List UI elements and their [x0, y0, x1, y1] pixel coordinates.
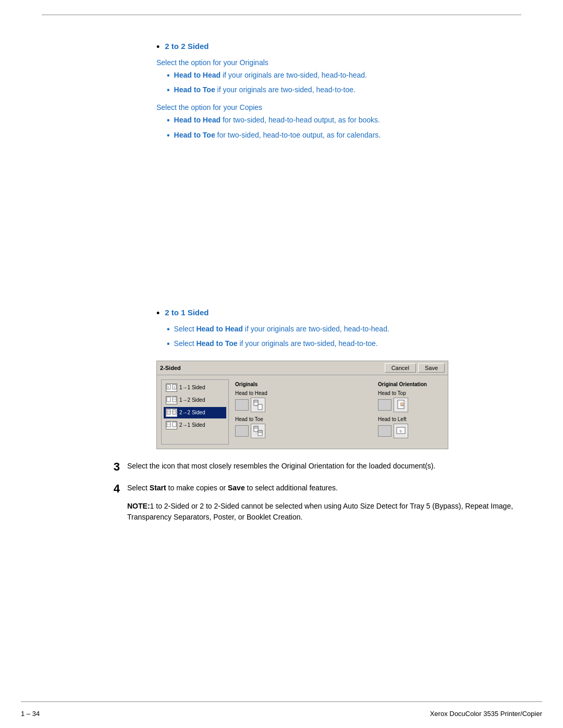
- head-to-toe-bold-2: Head to Toe: [174, 131, 215, 139]
- section-2to2: • 2 to 2 Sided Select the option for you…: [21, 26, 542, 141]
- option-label-1to2: 1→2 Sided: [179, 397, 205, 403]
- step-3: 3 Select the icon that most closely rese…: [21, 460, 542, 475]
- head-to-toe-label: Head to Toe: [235, 416, 263, 422]
- note-text: NOTE:1 to 2-Sided or 2 to 2-Sided cannot…: [127, 501, 542, 523]
- originals-bullet-rest-2: if your originals are two-sided, head-to…: [217, 85, 356, 94]
- originals-bullet-rest-1: if your originals are two-sided, head-to…: [223, 71, 367, 79]
- 2to1-bullet-dot-1: •: [167, 324, 170, 335]
- option-label-2to2: 2→2 Sided: [179, 410, 205, 415]
- copies-bullet-1: • Head to Head for two-sided, head-to-he…: [156, 115, 542, 126]
- option-label-2to1: 2→1 Sided: [179, 422, 205, 428]
- svg-rect-17: [173, 422, 176, 427]
- copies-bullet-dot-1: •: [167, 115, 170, 126]
- copies-bullet-text-2: Head to Toe for two-sided, head-to-toe o…: [174, 130, 381, 141]
- svg-text:1: 1: [174, 386, 175, 389]
- copies-bullet-text-1: Head to Head for two-sided, head-to-head…: [174, 115, 380, 126]
- head-to-head-bold-3: Head to Head: [196, 325, 242, 333]
- head-to-top-label: Head to Top: [378, 390, 406, 396]
- option-2to1[interactable]: → 2→1 Sided: [164, 419, 226, 431]
- head-to-toe-bold-1: Head to Toe: [174, 85, 215, 94]
- svg-rect-7: [173, 397, 176, 402]
- bullet-title-2to1: 2 to 1 Sided: [165, 308, 209, 317]
- copies-bullet-rest-2: for two-sided, head-to-toe output, as fo…: [217, 131, 381, 139]
- option-icon-1to1: 1 → 1: [166, 384, 177, 392]
- head-to-left-label: Head to Left: [378, 416, 406, 422]
- 2to1-bullet-1: • Select Head to Head if your originals …: [156, 324, 542, 335]
- originals-panel-label: Originals: [235, 381, 370, 387]
- head-to-head-bold-1: Head to Head: [174, 71, 221, 79]
- dialog-buttons[interactable]: Cancel Save: [385, 363, 445, 373]
- note-body: 1 to 2-Sided or 2 to 2-Sided cannot be s…: [127, 502, 513, 522]
- originals-bullet-dot-1: •: [167, 70, 170, 81]
- svg-text:↕: ↕: [255, 404, 257, 407]
- head-to-head-option[interactable]: Head to Head ↕: [235, 390, 370, 412]
- svg-rect-5: [167, 397, 170, 402]
- svg-rect-23: [254, 426, 258, 428]
- option-icon-2to1: →: [166, 421, 177, 429]
- section-2to1: • 2 to 1 Sided • Select Head to Head if …: [21, 308, 542, 350]
- 2to1-bullet-rest-2: if your originals are two-sided, head-to…: [239, 339, 377, 348]
- step-4-start: Select: [127, 484, 150, 492]
- content-area: • 2 to 2 Sided Select the option for you…: [0, 0, 563, 565]
- option-icon-1to2: →: [166, 396, 177, 404]
- step-4: 4 Select Start to make copies or Save to…: [21, 482, 542, 497]
- head-to-head-icon[interactable]: ↕: [251, 398, 265, 412]
- 2to1-bullet-2: • Select Head to Toe if your originals a…: [156, 338, 542, 350]
- copies-bullet-dot-2: •: [167, 130, 170, 141]
- dialog-titlebar: 2-Sided Cancel Save: [157, 361, 448, 375]
- dialog-save-button[interactable]: Save: [418, 363, 445, 373]
- head-to-head-icon-bg: [235, 399, 249, 411]
- bullet-title-2to2: 2 to 2 Sided: [165, 42, 209, 51]
- bullet-2to1: • 2 to 1 Sided: [156, 308, 542, 319]
- head-to-top-icon[interactable]: 🏠: [394, 398, 408, 412]
- bullet-dot-2to2: •: [156, 42, 160, 53]
- bullet-2to2: • 2 to 2 Sided: [156, 42, 542, 53]
- dialog-body: 1 → 1 1→1 Sided →: [157, 375, 448, 449]
- step-4-text: Select Start to make copies or Save to s…: [127, 482, 338, 493]
- svg-rect-14: [167, 422, 170, 427]
- originals-bullet-text-2: Head to Toe if your originals are two-si…: [174, 84, 356, 95]
- head-to-toe-icon[interactable]: ↑ ↑: [251, 424, 265, 438]
- svg-text:1: 1: [168, 386, 169, 389]
- dialog-title: 2-Sided: [160, 365, 181, 371]
- option-icon-2to2: →: [166, 409, 177, 417]
- bullet-dot-2to1: •: [156, 308, 160, 319]
- orientation-panel-label: Original Orientation: [378, 381, 442, 387]
- option-2to2[interactable]: → 2→2 Sided: [164, 407, 226, 418]
- step-4-middle: to make copies or: [166, 484, 228, 492]
- head-to-head-label: Head to Head: [235, 390, 267, 396]
- 2to1-bullet-text-2: Select Head to Toe if your originals are…: [174, 338, 378, 349]
- head-to-left-icon[interactable]: ↻: [394, 424, 408, 438]
- 2to1-bullet-rest-1: if your originals are two-sided, head-to…: [245, 325, 389, 333]
- note-label: NOTE:: [127, 502, 150, 510]
- option-label-1to1: 1→1 Sided: [179, 385, 205, 390]
- head-to-left-option[interactable]: Head to Left ↻: [378, 416, 442, 438]
- step-4-end: to select additional features.: [245, 484, 338, 492]
- svg-rect-12: [173, 410, 176, 414]
- head-to-toe-bold-3: Head to Toe: [196, 339, 237, 348]
- head-to-toe-option[interactable]: Head to Toe ↑ ↑: [235, 416, 370, 438]
- dialog-cancel-button[interactable]: Cancel: [385, 363, 416, 373]
- step-3-number: 3: [104, 460, 120, 475]
- head-to-toe-icon-bg: [235, 425, 249, 437]
- head-to-top-option[interactable]: Head to Top 🏠: [378, 390, 442, 412]
- svg-text:↑: ↑: [260, 431, 261, 435]
- svg-text:↻: ↻: [399, 429, 402, 433]
- top-rule: [42, 15, 521, 15]
- svg-rect-19: [254, 400, 258, 402]
- copies-bullet-rest-1: for two-sided, head-to-head output, as f…: [223, 116, 380, 124]
- 2to1-bullet-dot-2: •: [167, 338, 170, 350]
- originals-bullet-text-1: Head to Head if your originals are two-s…: [174, 70, 367, 81]
- bottom-rule: [21, 701, 542, 702]
- svg-text:↑: ↑: [255, 431, 257, 435]
- footer: 1 – 34 Xerox DocuColor 3535 Printer/Copi…: [21, 710, 542, 718]
- svg-rect-20: [258, 404, 262, 410]
- footer-page-number: 1 – 34: [21, 710, 40, 718]
- dialog-screenshot: 2-Sided Cancel Save 1 →: [156, 361, 448, 449]
- option-1to2[interactable]: → 1→2 Sided: [164, 394, 226, 406]
- originals-heading: Select the option for your Originals: [156, 58, 542, 67]
- head-to-top-bg: [378, 399, 391, 411]
- page-container: • 2 to 2 Sided Select the option for you…: [0, 0, 563, 728]
- option-1to1[interactable]: 1 → 1 1→1 Sided: [164, 382, 226, 393]
- dialog-left-panel: 1 → 1 1→1 Sided →: [161, 379, 229, 445]
